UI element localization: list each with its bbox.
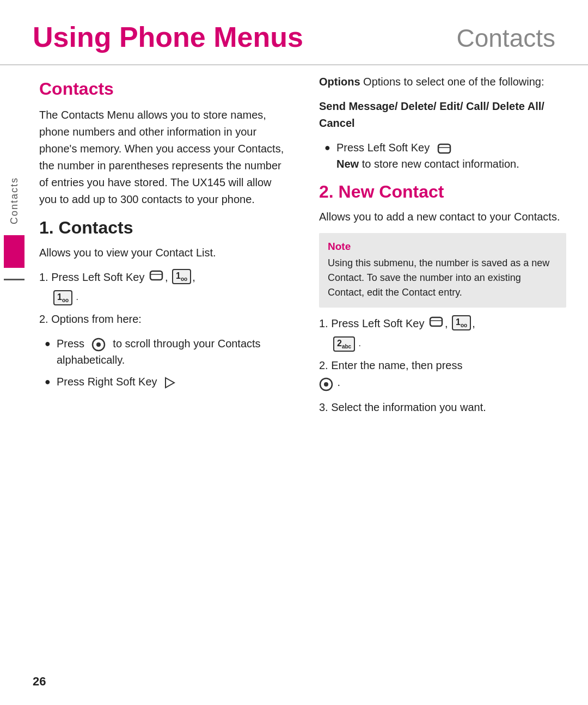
left-softkey-icon (149, 269, 163, 282)
contacts1-heading: 1. Contacts (39, 218, 286, 238)
step1-comma2: , (192, 269, 195, 286)
step1-text: 1. Press Left Soft Key (39, 269, 148, 286)
key-1b: 1oo (53, 290, 72, 305)
note-body: Using this submenu, the number is saved … (328, 256, 558, 300)
right-column: Options Options to select one of the fol… (303, 68, 566, 705)
bullet1-text: Press (57, 338, 88, 350)
step1-indent: 1oo . (39, 290, 286, 305)
section-label: Contacts (456, 23, 555, 53)
bullet2-text: Press Right Soft Key (57, 376, 160, 388)
step1-line: 1. Press Left Soft Key , 1oo , (39, 269, 286, 286)
bullet-right-soft-key: Press Right Soft Key (45, 373, 286, 390)
bullet-new-text: New to store new contact information. (336, 158, 519, 170)
left-softkey-icon2 (437, 142, 451, 155)
main-content: Contacts The Contacts Menu allows you to… (28, 68, 588, 705)
sidebar: Contacts (0, 68, 28, 705)
rc-step2: 2. Enter the name, then press . (319, 357, 566, 391)
step2-text: 2. Options from here: (39, 311, 286, 328)
svg-point-10 (324, 382, 328, 387)
options-text-rest: Options to select one of the following: (363, 76, 544, 88)
left-softkey-icon3 (429, 315, 443, 328)
rc-step1-comma2: , (472, 315, 475, 332)
left-softkey-list: Press Left Soft Key New to store new con… (319, 139, 566, 172)
contacts1-body: Allows you to view your Contact List. (39, 244, 286, 261)
sidebar-bar (4, 235, 24, 268)
nav-icon2 (319, 377, 333, 391)
options-text: Options Options to select one of the fol… (319, 73, 566, 90)
bullet1b-text: to scroll through your Contacts alphabet… (57, 338, 261, 366)
rc-step2-text: 2. Enter the name, then press (319, 359, 463, 371)
sidebar-label: Contacts (9, 177, 20, 224)
svg-marker-4 (166, 378, 174, 388)
svg-point-3 (96, 342, 101, 347)
key-1a: 1oo (172, 269, 191, 284)
press-left-text: Press Left Soft Key (336, 142, 433, 154)
contacts-heading: Contacts (39, 79, 286, 99)
nav-icon (91, 338, 106, 352)
rc-step1-comma: , (445, 315, 451, 332)
options-bold: Send Message/ Delete/ Edit/ Call/ Delete… (319, 98, 566, 132)
svg-rect-0 (150, 271, 162, 280)
newcontact-heading: 2. New Contact (319, 182, 566, 202)
left-column: Contacts The Contacts Menu allows you to… (39, 68, 303, 705)
step1-period: . (76, 292, 78, 302)
rc-step1-line: 1. Press Left Soft Key , 1oo , (319, 315, 566, 332)
note-title: Note (328, 241, 558, 253)
bullet-left-softkey: Press Left Soft Key New to store new con… (324, 139, 566, 172)
options-list: Press to scroll through your Contacts al… (39, 335, 286, 390)
header: Using Phone Menus Contacts (0, 0, 588, 64)
svg-rect-5 (438, 144, 450, 153)
rc-step2-period: . (338, 376, 341, 388)
rc-key-1: 1oo (452, 315, 471, 330)
rc-step3: 3. Select the information you want. (319, 399, 566, 416)
newcontact-body: Allows you to add a new contact to your … (319, 209, 566, 225)
right-softkey-icon (163, 377, 176, 389)
rc-step1-indent: 2abc . (319, 336, 566, 352)
note-box: Note Using this submenu, the number is s… (319, 233, 566, 308)
svg-rect-7 (430, 317, 442, 326)
bullet-scroll: Press to scroll through your Contacts al… (45, 335, 286, 368)
page-title: Using Phone Menus (33, 21, 303, 53)
page: Using Phone Menus Contacts Contacts Cont… (0, 0, 588, 705)
contacts-body: The Contacts Menu allows you to store na… (39, 107, 286, 208)
header-divider (0, 64, 588, 65)
rc-key-2: 2abc (333, 336, 355, 352)
sidebar-line (4, 279, 24, 280)
rc-step1-period: . (359, 339, 361, 348)
content-area: Contacts Contacts The Contacts Menu allo… (0, 68, 588, 705)
step1-comma: , (165, 269, 171, 286)
page-number: 26 (33, 675, 46, 689)
rc-step1-text: 1. Press Left Soft Key (319, 315, 427, 332)
